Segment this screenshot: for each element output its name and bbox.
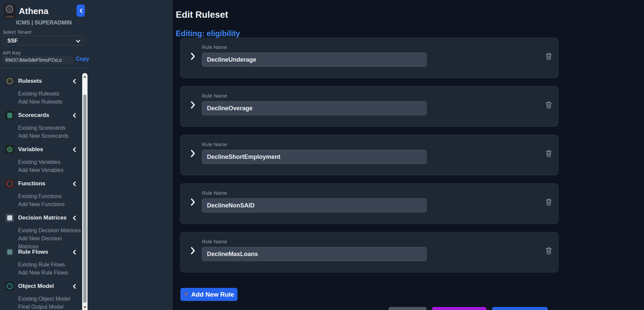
sidebar-collapse-button[interactable] (76, 4, 85, 17)
expand-rule-button[interactable] (190, 52, 196, 61)
chevron-left-icon (72, 147, 76, 152)
trash-icon (545, 52, 552, 60)
chevron-right-icon (190, 149, 196, 158)
sidebar-section: Functions Existing Functions Add New Fun… (0, 179, 82, 208)
rule-name-label: Rule Name (202, 239, 227, 244)
rule-name-input[interactable] (202, 150, 427, 164)
scrollbar-down-arrow-icon[interactable] (83, 306, 87, 309)
tenant-label: Select Tenant (3, 29, 31, 35)
sidebar-subitem[interactable]: Existing Decision Matrices (0, 227, 82, 235)
delete-rule-button[interactable] (545, 149, 553, 158)
delete-rule-button[interactable] (545, 247, 553, 255)
trash-icon (545, 149, 552, 158)
sidebar-subitem[interactable]: Add New Scorecards (0, 132, 82, 140)
logo-emblem-icon (6, 5, 13, 13)
sidebar-section-variables[interactable]: Variables (0, 145, 82, 154)
rule-name-label: Rule Name (202, 44, 227, 50)
sidebar-subitem[interactable]: Add New Rule Flows (0, 269, 82, 277)
chevron-left-icon (79, 8, 83, 13)
variables-icon (5, 145, 14, 154)
sidebar-section: Rule Flows Existing Rule Flows Add New R… (0, 247, 82, 277)
page-title: Edit Ruleset (176, 10, 228, 20)
chevron-left-icon (72, 215, 76, 221)
rule-name-input[interactable] (202, 53, 427, 67)
rule-name-label: Rule Name (202, 190, 227, 196)
sidebar-subitem[interactable]: Add New Variables (0, 166, 82, 174)
add-new-rule-button[interactable]: + Add New Rule (180, 288, 237, 301)
expand-rule-button[interactable] (190, 246, 196, 255)
sidebar-subitem[interactable]: Existing Rulesets (0, 90, 82, 98)
sidebar-subitem[interactable]: Existing Rule Flows (0, 261, 82, 269)
sidebar-subitem[interactable]: Existing Variables (0, 158, 82, 166)
chevron-right-icon (190, 52, 196, 61)
api-key-label: API Key (3, 50, 21, 56)
role-subtitle: ICMS | SUPERADMIN (0, 19, 88, 26)
rulesets-icon (5, 77, 14, 85)
rule-name-input[interactable] (202, 101, 427, 115)
rule-name-label: Rule Name (202, 93, 227, 99)
sidebar-section-object-model[interactable]: Object Model (0, 282, 82, 291)
chevron-left-icon (72, 250, 76, 255)
rule-card: Rule Name (180, 232, 558, 272)
object-model-icon (5, 282, 14, 291)
sidebar-divider (0, 68, 87, 68)
footer-button-gray[interactable] (388, 307, 427, 310)
expand-rule-button[interactable] (190, 149, 196, 158)
rule-card: Rule Name (180, 38, 558, 78)
expand-rule-button[interactable] (190, 100, 196, 110)
sidebar-subitem[interactable]: Final Output Model (0, 303, 82, 310)
sidebar-section-functions[interactable]: Functions (0, 179, 82, 188)
sidebar-subitem[interactable]: Existing Functions (0, 192, 82, 200)
main-content: Edit Ruleset Editing: eligibility Rule N… (173, 0, 644, 310)
chevron-left-icon (72, 181, 76, 186)
sidebar: ATHENA Athena ICMS | SUPERADMIN Select T… (0, 0, 173, 310)
delete-rule-button[interactable] (545, 52, 553, 61)
rule-card: Rule Name (180, 86, 558, 127)
chevron-right-icon (190, 100, 196, 110)
delete-rule-button[interactable] (545, 101, 553, 110)
rule-name-input[interactable] (202, 198, 427, 212)
scrollbar-up-arrow-icon[interactable] (83, 75, 87, 78)
expand-rule-button[interactable] (190, 197, 196, 207)
scorecards-icon (5, 111, 14, 120)
rule-name-label: Rule Name (202, 141, 227, 147)
rule-card: Rule Name (180, 135, 558, 175)
copy-api-key-button[interactable]: Copy (76, 56, 89, 62)
footer-button-purple[interactable] (432, 307, 486, 310)
chevron-right-icon (190, 246, 196, 255)
functions-icon (5, 179, 14, 188)
scrollbar-thumb[interactable] (83, 95, 87, 303)
sidebar-subitem[interactable]: Existing Object Model (0, 295, 82, 303)
sidebar-section-rulesets[interactable]: Rulesets (0, 76, 82, 86)
api-key-field[interactable] (3, 56, 73, 64)
chevron-left-icon (72, 79, 76, 84)
app-logo-icon: ATHENA (3, 4, 16, 19)
sidebar-section: Rulesets Existing Rulesets Add New Rules… (0, 76, 82, 106)
sidebar-subitem[interactable]: Add New Rulesets (0, 98, 82, 106)
trash-icon (545, 198, 552, 206)
rule-card-list: Rule Name Rule Name (180, 38, 558, 281)
tenant-select[interactable]: SSF (3, 36, 84, 46)
sidebar-section: Scorecards Existing Scorecards Add New S… (0, 111, 82, 140)
chevron-right-icon (190, 197, 196, 207)
delete-rule-button[interactable] (545, 198, 553, 207)
sidebar-subitem[interactable]: Add New Functions (0, 200, 82, 208)
sidebar-section-scorecards[interactable]: Scorecards (0, 111, 82, 120)
sidebar-scrollbar[interactable] (82, 73, 88, 310)
chevron-left-icon (72, 113, 76, 118)
trash-icon (545, 101, 552, 109)
app-title: Athena (19, 4, 48, 19)
rule-flows-icon (5, 248, 14, 256)
plus-icon: + (184, 291, 188, 298)
rule-name-input[interactable] (202, 247, 427, 261)
sidebar-subitem[interactable]: Add New Decision Matrices (0, 235, 82, 243)
sidebar-nav: Rulesets Existing Rulesets Add New Rules… (0, 76, 82, 310)
sidebar-subitem[interactable]: Existing Scorecards (0, 124, 82, 132)
trash-icon (545, 247, 552, 255)
decision-matrices-icon (5, 213, 14, 222)
chevron-left-icon (72, 284, 76, 289)
sidebar-section: Variables Existing Variables Add New Var… (0, 145, 82, 174)
sidebar-section-rule-flows[interactable]: Rule Flows (0, 247, 82, 257)
sidebar-section-decision-matrices[interactable]: Decision Matrices (0, 213, 82, 223)
footer-button-blue[interactable] (492, 307, 548, 310)
